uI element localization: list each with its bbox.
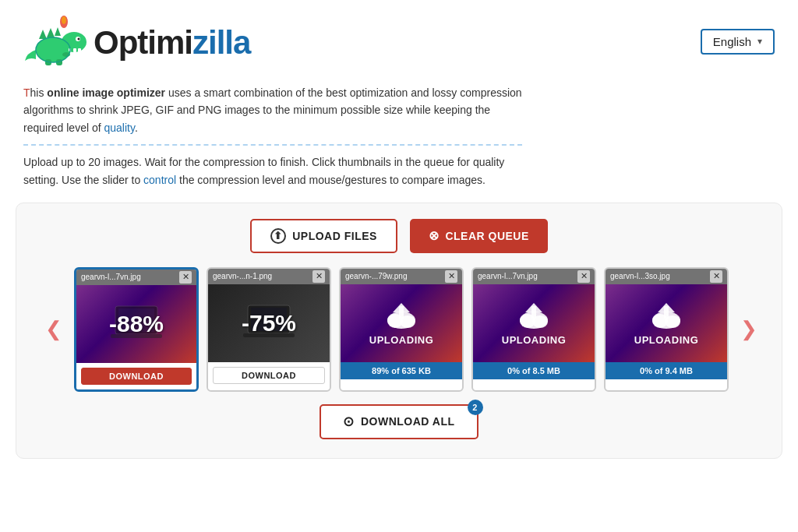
- reduction-label: -75%: [242, 310, 296, 336]
- card-header: gearvn-l...7vn.jpg ✕: [76, 270, 196, 285]
- description-area: This online image optimizer uses a smart…: [0, 76, 546, 188]
- chevron-down-icon: ▾: [757, 36, 762, 47]
- card-close-button[interactable]: ✕: [445, 270, 457, 283]
- chevron-right-icon: ❯: [740, 317, 757, 341]
- image-card[interactable]: gearvn-l...7vn.jpg ✕ UPLOADING: [471, 267, 596, 392]
- clear-queue-button[interactable]: ⊗ CLEAR QUEUE: [410, 219, 548, 253]
- chevron-left-icon: ❮: [45, 317, 62, 341]
- logo-zilla: zilla: [192, 24, 250, 61]
- logo-icon: [23, 14, 94, 69]
- card-download-button[interactable]: DOWNLOAD: [81, 368, 192, 385]
- card-preview: UPLOADING: [606, 284, 727, 362]
- image-card[interactable]: gearvn-l...3so.jpg ✕ UPLOADING: [604, 267, 729, 392]
- card-footer: DOWNLOAD: [208, 362, 330, 389]
- card-progress-footer: 89% of 635 KB: [341, 362, 462, 379]
- upload-area: ⬆ UPLOAD FILES ⊗ CLEAR QUEUE ❮ gearvn-l.…: [16, 203, 782, 459]
- download-circle-icon: ⊙: [343, 414, 355, 430]
- image-card[interactable]: gearvn-l...7vn.jpg ✕ -88%: [74, 267, 199, 392]
- carousel: ❮ gearvn-l...7vn.jpg ✕: [40, 267, 758, 392]
- card-close-button[interactable]: ✕: [577, 270, 590, 283]
- progress-label: 0% of 8.5 MB: [507, 366, 560, 375]
- upload-cloud-icon: [383, 300, 420, 331]
- upload-cloud-icon: [648, 300, 685, 331]
- card-preview: -88%: [76, 285, 196, 363]
- card-uploading-bg: UPLOADING: [341, 284, 462, 362]
- card-preview: UPLOADING: [341, 284, 462, 362]
- card-download-button[interactable]: DOWNLOAD: [213, 367, 325, 384]
- language-label: English: [713, 35, 751, 48]
- card-preview: UPLOADING: [473, 284, 595, 362]
- filename-label: gearvn-l...3so.jpg: [610, 272, 670, 280]
- download-count-badge: 2: [468, 400, 483, 415]
- download-all-label: DOWNLOAD ALL: [361, 415, 455, 428]
- card-header: gearvn-...79w.png ✕: [341, 269, 462, 284]
- x-circle-icon: ⊗: [429, 228, 440, 243]
- filename-label: gearvn-...n-1.png: [213, 272, 272, 280]
- card-close-button[interactable]: ✕: [179, 271, 192, 284]
- header: Optimizilla English ▾: [0, 0, 798, 76]
- description-para1: This online image optimizer uses a smart…: [23, 84, 522, 136]
- logo-text: Optimizilla: [94, 24, 250, 62]
- svg-marker-11: [55, 27, 61, 36]
- card-preview: -75%: [208, 284, 330, 362]
- reduction-label: -88%: [109, 311, 164, 337]
- logo-area: Optimizilla: [23, 14, 250, 69]
- uploading-label: UPLOADING: [634, 334, 699, 346]
- card-header: gearvn-l...7vn.jpg ✕: [473, 269, 595, 284]
- upload-icon: ⬆: [270, 228, 286, 244]
- logo-optimi: Optimi: [94, 24, 192, 61]
- svg-rect-6: [73, 48, 76, 52]
- card-progress-footer: 0% of 9.4 MB: [606, 362, 727, 379]
- description-para2: Upload up to 20 images. Wait for the com…: [23, 153, 522, 188]
- svg-marker-9: [39, 30, 47, 39]
- card-uploading-bg: UPLOADING: [473, 284, 595, 362]
- svg-marker-31: [525, 303, 542, 312]
- divider: [23, 144, 522, 146]
- upload-files-label: UPLOAD FILES: [292, 230, 377, 242]
- upload-toolbar: ⬆ UPLOAD FILES ⊗ CLEAR QUEUE: [40, 219, 758, 253]
- card-close-button[interactable]: ✕: [312, 270, 325, 283]
- uploading-label: UPLOADING: [369, 334, 434, 346]
- progress-label: 89% of 635 KB: [372, 366, 431, 375]
- upload-cloud-icon: [515, 300, 553, 331]
- filename-label: gearvn-l...7vn.jpg: [478, 272, 538, 280]
- svg-point-1: [62, 16, 66, 24]
- svg-marker-10: [47, 28, 55, 37]
- image-card[interactable]: gearvn-...79w.png ✕ UPLOADING: [339, 267, 464, 392]
- progress-label: 0% of 9.4 MB: [640, 366, 693, 375]
- card-header: gearvn-l...3so.jpg ✕: [606, 269, 727, 284]
- card-close-button[interactable]: ✕: [710, 270, 722, 283]
- svg-marker-26: [393, 303, 410, 312]
- uploading-label: UPLOADING: [502, 334, 567, 346]
- carousel-prev-button[interactable]: ❮: [40, 315, 68, 344]
- card-header: gearvn-...n-1.png ✕: [208, 269, 330, 284]
- card-bg: -75%: [208, 284, 330, 362]
- image-card[interactable]: gearvn-...n-1.png ✕ -75% DOWNLOAD: [207, 267, 331, 392]
- card-progress-footer: 0% of 8.5 MB: [473, 362, 595, 379]
- svg-point-5: [78, 38, 80, 41]
- svg-marker-36: [658, 303, 675, 312]
- svg-rect-7: [78, 48, 81, 52]
- clear-queue-label: CLEAR QUEUE: [445, 230, 528, 242]
- card-bg: -88%: [76, 285, 196, 363]
- card-footer: DOWNLOAD: [76, 363, 196, 389]
- download-all-button[interactable]: ⊙ DOWNLOAD ALL 2: [320, 404, 478, 439]
- download-all-row: ⊙ DOWNLOAD ALL 2: [40, 404, 758, 439]
- carousel-items: gearvn-l...7vn.jpg ✕ -88%: [74, 267, 729, 392]
- carousel-next-button[interactable]: ❯: [735, 315, 763, 344]
- language-selector[interactable]: English ▾: [701, 29, 775, 55]
- filename-label: gearvn-...79w.png: [345, 272, 408, 280]
- filename-label: gearvn-l...7vn.jpg: [81, 273, 141, 281]
- upload-files-button[interactable]: ⬆ UPLOAD FILES: [250, 219, 397, 253]
- card-uploading-bg: UPLOADING: [606, 284, 727, 362]
